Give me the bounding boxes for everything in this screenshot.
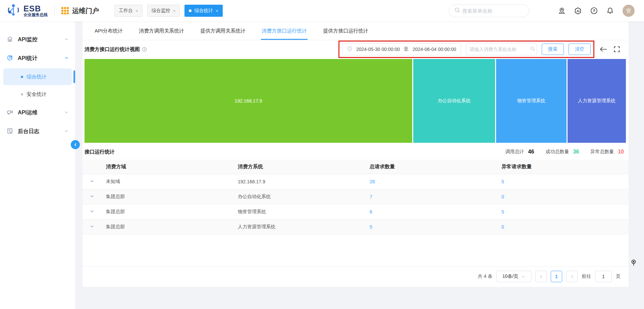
chevron-down-icon bbox=[64, 128, 68, 134]
cell-system: 人力资源管理系统 bbox=[233, 219, 365, 234]
row-expand-icon[interactable] bbox=[83, 219, 101, 234]
bell-icon[interactable] bbox=[606, 7, 614, 14]
search-icon bbox=[454, 7, 460, 14]
interface-run-table: 消费方域 消费方系统 总请求数量 异常请求数量 未知域 192.168.17.9… bbox=[83, 160, 629, 235]
cell-total[interactable]: 7 bbox=[365, 189, 497, 204]
fullscreen-icon[interactable] bbox=[613, 46, 621, 53]
date-range-picker[interactable]: 2024-05-30 00:00:00 至 2024-06-04 00:00:0… bbox=[342, 43, 461, 55]
col-consumer-domain: 消费方域 bbox=[101, 160, 233, 174]
cell-total[interactable]: 5 bbox=[365, 219, 497, 234]
sidebar-item-label: API监控 bbox=[18, 36, 38, 43]
user-avatar[interactable]: 管 bbox=[623, 5, 635, 17]
svg-text:?: ? bbox=[593, 9, 595, 13]
cell-domain: 未知域 bbox=[101, 174, 233, 189]
panel-tools bbox=[600, 46, 621, 53]
menu-search-box[interactable] bbox=[449, 4, 529, 17]
main-content: API分布统计 消费方调用关系统计 提供方调用关系统计 消费方接口运行统计 提供… bbox=[75, 21, 644, 309]
tab-label: 综合统计 bbox=[194, 8, 213, 14]
home-icon bbox=[7, 36, 13, 44]
workspace-tab-workbench[interactable]: 工作台 × bbox=[114, 5, 143, 17]
cell-errors[interactable]: 0 bbox=[497, 189, 629, 204]
portal-grid-icon bbox=[61, 7, 69, 14]
next-page-button[interactable] bbox=[566, 271, 578, 282]
sidebar-item-api-operations[interactable]: API运维 bbox=[0, 103, 75, 122]
row-expand-icon[interactable] bbox=[83, 204, 101, 219]
cell-total[interactable]: 28 bbox=[365, 174, 497, 189]
cell-errors[interactable]: 0 bbox=[497, 219, 629, 234]
close-icon[interactable]: × bbox=[216, 8, 218, 13]
date-separator: 至 bbox=[404, 46, 409, 52]
logo-subtitle: 企业服务总线 bbox=[23, 13, 48, 17]
goto-label: 前往 bbox=[582, 273, 591, 280]
tab-consumer-interface-run[interactable]: 消费方接口运行统计 bbox=[261, 21, 308, 40]
cell-system: 192.168.17.9 bbox=[233, 174, 365, 189]
logo-title: ESB bbox=[23, 4, 48, 13]
page-size-select[interactable]: 10条/页 bbox=[496, 271, 531, 282]
sidebar-item-backend-logs[interactable]: 后台日志 bbox=[0, 122, 75, 141]
highlighted-filter-area: 2024-05-30 00:00:00 至 2024-06-04 00:00:0… bbox=[338, 41, 594, 58]
search-icon bbox=[530, 46, 535, 53]
cell-errors[interactable]: 5 bbox=[497, 174, 629, 189]
cell-total[interactable]: 6 bbox=[365, 204, 497, 219]
sidebar-item-label: 后台日志 bbox=[18, 128, 39, 135]
treemap-block-192-168-17-9[interactable]: 192.168.17.9 bbox=[85, 59, 412, 143]
sidebar-subitem-security-statistics[interactable]: 安全统计 bbox=[3, 86, 72, 103]
log-document-icon bbox=[7, 128, 13, 135]
tab-api-distribution[interactable]: API分布统计 bbox=[94, 21, 123, 40]
view-title-text: 消费方接口运行统计视图 bbox=[85, 46, 140, 53]
top-navbar: ESB 企业服务总线 运维门户 工作台 × 综合监控 × 综合统计 × bbox=[0, 0, 644, 21]
treemap-block-office-automation[interactable]: 办公自动化系统 bbox=[413, 59, 495, 143]
prev-page-button[interactable] bbox=[535, 271, 547, 282]
chevron-down-icon bbox=[522, 275, 525, 279]
sidebar-subitem-comprehensive-statistics[interactable]: 综合统计 bbox=[3, 68, 72, 85]
close-icon[interactable]: × bbox=[173, 8, 176, 13]
ai-icon[interactable]: AI bbox=[574, 7, 582, 14]
back-arrow-icon[interactable] bbox=[600, 46, 607, 53]
stat-error-count: 异常总数量10 bbox=[590, 149, 624, 155]
date-end[interactable]: 2024-06-04 00:00:00 bbox=[413, 47, 456, 52]
close-icon[interactable]: × bbox=[136, 8, 138, 13]
location-pin-icon[interactable] bbox=[558, 7, 566, 14]
tab-label: 工作台 bbox=[119, 8, 133, 14]
tab-provider-interface-run[interactable]: 提供方接口运行统计 bbox=[322, 21, 369, 40]
consumer-system-input[interactable] bbox=[470, 47, 530, 52]
svg-text:AI: AI bbox=[577, 9, 580, 12]
table-row: 集团总部 物资管理系统 6 5 bbox=[83, 204, 629, 219]
title-help-icon[interactable]: ? bbox=[142, 47, 147, 52]
table-row: 未知域 192.168.17.9 28 5 bbox=[83, 174, 629, 189]
treemap-label: 办公自动化系统 bbox=[438, 98, 471, 104]
table-header-row: 消费方域 消费方系统 总请求数量 异常请求数量 bbox=[83, 160, 629, 174]
date-start[interactable]: 2024-05-30 00:00:00 bbox=[356, 47, 400, 52]
consumer-system-search-box[interactable] bbox=[466, 43, 537, 55]
sidebar-item-label: API统计 bbox=[18, 55, 38, 62]
workspace-tabs: 工作台 × 综合监控 × 综合统计 × bbox=[114, 5, 223, 17]
sidebar-collapse-button[interactable] bbox=[71, 140, 80, 149]
tab-consumer-call-relation[interactable]: 消费方调用关系统计 bbox=[138, 21, 185, 40]
clear-button[interactable]: 清空 bbox=[569, 44, 591, 55]
stat-total-calls: 调用总计46 bbox=[505, 149, 534, 155]
row-expand-icon[interactable] bbox=[83, 189, 101, 204]
menu-search-input[interactable] bbox=[462, 8, 519, 14]
page-size-value: 10条/页 bbox=[502, 273, 518, 280]
filter-row: 消费方接口运行统计视图 ? 2024-05-30 00:00:00 至 2024… bbox=[83, 40, 629, 58]
search-button[interactable]: 搜索 bbox=[542, 44, 564, 55]
portal-title: 运维门户 bbox=[72, 6, 99, 15]
cell-errors[interactable]: 5 bbox=[497, 204, 629, 219]
floating-pin-icon[interactable] bbox=[631, 259, 637, 267]
page-number-1[interactable]: 1 bbox=[551, 271, 562, 282]
sidebar-item-api-statistics[interactable]: API统计 bbox=[0, 49, 75, 68]
workspace-tab-statistics[interactable]: 综合统计 × bbox=[184, 5, 223, 17]
table-row: 集团总部 办公自动化系统 7 0 bbox=[83, 189, 629, 204]
pagination-total: 共 4 条 bbox=[478, 273, 492, 280]
help-icon[interactable]: ? bbox=[590, 7, 598, 14]
tab-provider-call-relation[interactable]: 提供方调用关系统计 bbox=[200, 21, 246, 40]
statistics-panel: API分布统计 消费方调用关系统计 提供方调用关系统计 消费方接口运行统计 提供… bbox=[83, 21, 629, 287]
treemap-block-hr-management[interactable]: 人力资源管理系统 bbox=[568, 59, 626, 143]
goto-page-input[interactable] bbox=[595, 271, 612, 282]
row-expand-icon[interactable] bbox=[83, 174, 101, 189]
workspace-tab-monitor[interactable]: 综合监控 × bbox=[147, 5, 180, 17]
esb-network-icon bbox=[7, 3, 20, 18]
sidebar-item-api-monitor[interactable]: API监控 bbox=[0, 30, 75, 49]
treemap-block-materials-management[interactable]: 物资管理系统 bbox=[496, 59, 566, 143]
chevron-down-icon bbox=[64, 110, 68, 116]
